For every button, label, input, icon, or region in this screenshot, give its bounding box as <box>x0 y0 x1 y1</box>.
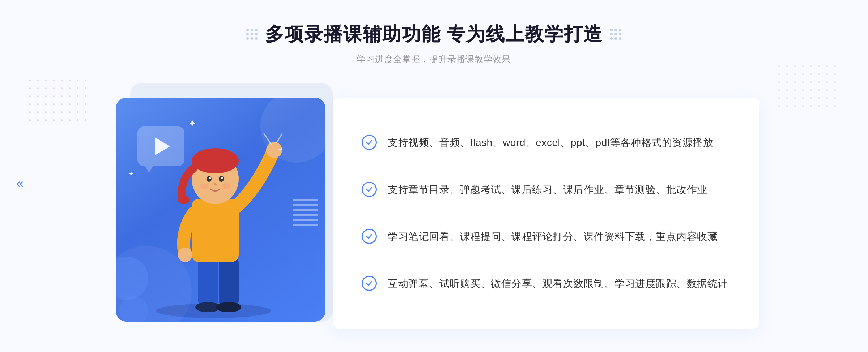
feature-text-3: 学习笔记回看、课程提问、课程评论打分、课件资料下载，重点内容收藏 <box>388 229 718 245</box>
feature-text-1: 支持视频、音频、flash、word、excel、ppt、pdf等各种格式的资源… <box>388 135 713 151</box>
feature-item-3: 学习笔记回看、课程提问、课程评论打分、课件资料下载，重点内容收藏 <box>362 229 731 245</box>
check-icon-3 <box>362 229 377 244</box>
svg-point-11 <box>178 196 190 204</box>
character-illustration <box>145 123 282 322</box>
deco-circle-large <box>116 257 148 300</box>
title-row: 多项录播课辅助功能 专为线上教学打造 <box>246 22 622 47</box>
svg-rect-1 <box>198 257 218 307</box>
svg-point-4 <box>216 302 241 312</box>
blue-illustration-card: ✦ ✦ <box>116 98 326 322</box>
svg-line-19 <box>264 134 271 145</box>
feature-text-4: 互动弹幕、试听购买、微信分享、观看次数限制、学习进度跟踪、数据统计 <box>388 276 728 292</box>
svg-point-14 <box>209 177 211 179</box>
svg-point-18 <box>222 183 230 189</box>
page-container: « 多项录播课辅助功能 专为线上教学打造 学习进度全掌握，提升录播课教学效果 <box>0 0 868 352</box>
page-subtitle: 学习进度全掌握，提升录播课教学效果 <box>246 53 622 65</box>
feature-item-4: 互动弹幕、试听购买、微信分享、观看次数限制、学习进度跟踪、数据统计 <box>362 276 731 292</box>
sparkle-decoration-1: ✦ <box>188 117 196 129</box>
check-icon-4 <box>362 276 377 291</box>
deco-circle-small <box>119 296 148 322</box>
left-chevron-decoration: « <box>16 177 24 190</box>
stripes-decoration <box>293 199 318 231</box>
feature-text-2: 支持章节目录、弹题考试、课后练习、课后作业、章节测验、批改作业 <box>388 182 707 198</box>
svg-point-17 <box>200 183 209 189</box>
page-title: 多项录播课辅助功能 专为线上教学打造 <box>265 22 603 47</box>
star-icon: ✦ <box>188 118 196 129</box>
bg-dots-left <box>29 80 90 124</box>
small-star-icon: ✦ <box>128 170 134 177</box>
svg-point-16 <box>214 183 217 185</box>
header-section: 多项录播课辅助功能 专为线上教学打造 学习进度全掌握，提升录播课教学效果 <box>246 0 622 65</box>
content-area: ✦ ✦ <box>109 83 760 329</box>
bg-dots-right <box>778 65 839 110</box>
title-dots-right <box>610 29 622 40</box>
features-panel: 支持视频、音频、flash、word、excel、ppt、pdf等各种格式的资源… <box>333 98 760 329</box>
sparkle-decoration-2: ✦ <box>128 170 134 178</box>
feature-item-1: 支持视频、音频、flash、word、excel、ppt、pdf等各种格式的资源… <box>362 135 731 151</box>
check-icon-1 <box>362 135 377 150</box>
svg-rect-2 <box>219 257 239 307</box>
svg-point-10 <box>192 148 239 173</box>
svg-point-15 <box>221 177 223 179</box>
illustration-panel: ✦ ✦ <box>109 83 340 329</box>
svg-line-20 <box>277 134 282 143</box>
title-dots-left <box>246 29 258 40</box>
svg-point-7 <box>178 248 192 262</box>
check-icon-2 <box>362 182 377 197</box>
feature-item-2: 支持章节目录、弹题考试、课后练习、课后作业、章节测验、批改作业 <box>362 182 731 198</box>
chevron-left-icon: « <box>16 177 24 190</box>
